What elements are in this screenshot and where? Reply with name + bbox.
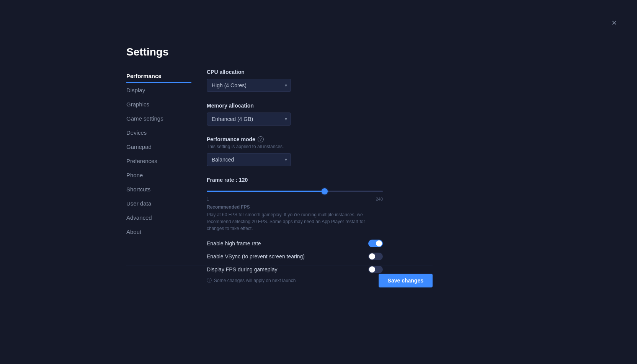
sidebar-item-user-data[interactable]: User data bbox=[126, 196, 191, 211]
toggle-row-vsync: Enable VSync (to prevent screen tearing) bbox=[207, 253, 383, 260]
toggle-high-frame-rate-knob bbox=[376, 240, 382, 246]
save-changes-button[interactable]: Save changes bbox=[379, 274, 433, 287]
footer-note: ⓘ Some changes will apply on next launch bbox=[191, 277, 372, 284]
frame-rate-label: Frame rate : 120 bbox=[207, 177, 433, 183]
sidebar-item-advanced[interactable]: Advanced bbox=[126, 211, 191, 225]
cpu-allocation-label: CPU allocation bbox=[207, 69, 433, 75]
performance-mode-subtitle: This setting is applied to all instances… bbox=[207, 144, 433, 149]
sidebar-item-gamepad[interactable]: Gamepad bbox=[126, 140, 191, 154]
frame-rate-section: Frame rate : 120 1 240 Recommended FPS P… bbox=[207, 177, 433, 232]
memory-allocation-label: Memory allocation bbox=[207, 103, 433, 109]
close-button[interactable]: ✕ bbox=[609, 18, 619, 28]
performance-mode-info-icon[interactable]: ? bbox=[258, 136, 264, 142]
sidebar-item-shortcuts[interactable]: Shortcuts bbox=[126, 182, 191, 196]
footer-bar: ⓘ Some changes will apply on next launch… bbox=[126, 266, 433, 287]
sidebar-item-devices[interactable]: Devices bbox=[126, 126, 191, 140]
sidebar-item-about[interactable]: About bbox=[126, 225, 191, 239]
memory-allocation-select[interactable]: Low (1 GB) Medium (2 GB) Enhanced (4 GB)… bbox=[207, 113, 291, 126]
sidebar-item-preferences[interactable]: Preferences bbox=[126, 154, 191, 168]
slider-max-label: 240 bbox=[376, 197, 383, 201]
performance-mode-select-wrapper: Power saving Balanced High performance ▾ bbox=[207, 153, 291, 166]
cpu-allocation-section: CPU allocation Low (1 Core) Medium (2 Co… bbox=[207, 69, 433, 92]
performance-mode-label: Performance mode bbox=[207, 136, 255, 142]
toggle-vsync-label: Enable VSync (to prevent screen tearing) bbox=[207, 253, 305, 260]
sidebar-item-display[interactable]: Display bbox=[126, 83, 191, 97]
frame-rate-slider-container bbox=[207, 188, 383, 195]
toggle-high-frame-rate-label: Enable high frame rate bbox=[207, 240, 261, 246]
cpu-allocation-select-wrapper: Low (1 Core) Medium (2 Cores) High (4 Co… bbox=[207, 79, 291, 92]
memory-allocation-select-wrapper: Low (1 GB) Medium (2 GB) Enhanced (4 GB)… bbox=[207, 113, 291, 126]
memory-allocation-section: Memory allocation Low (1 GB) Medium (2 G… bbox=[207, 103, 433, 126]
toggle-row-high-frame-rate: Enable high frame rate bbox=[207, 240, 383, 247]
performance-mode-header: Performance mode ? bbox=[207, 136, 433, 142]
sidebar-item-phone[interactable]: Phone bbox=[126, 168, 191, 182]
fps-note: Recommended FPS bbox=[207, 204, 433, 210]
slider-min-label: 1 bbox=[207, 197, 209, 201]
slider-range-labels: 1 240 bbox=[207, 197, 383, 201]
toggle-vsync[interactable] bbox=[368, 253, 383, 260]
performance-mode-section: Performance mode ? This setting is appli… bbox=[207, 136, 433, 166]
content-area: CPU allocation Low (1 Core) Medium (2 Co… bbox=[191, 69, 433, 279]
performance-mode-select[interactable]: Power saving Balanced High performance bbox=[207, 153, 291, 166]
footer-info-icon: ⓘ bbox=[207, 277, 212, 284]
sidebar-item-game-settings[interactable]: Game settings bbox=[126, 111, 191, 126]
sidebar-item-graphics[interactable]: Graphics bbox=[126, 97, 191, 111]
sidebar-item-performance[interactable]: Performance bbox=[126, 69, 191, 83]
sidebar: Performance Display Graphics Game settin… bbox=[126, 69, 191, 279]
toggle-high-frame-rate[interactable] bbox=[368, 240, 383, 247]
footer-note-text: Some changes will apply on next launch bbox=[214, 278, 296, 283]
cpu-allocation-select[interactable]: Low (1 Core) Medium (2 Cores) High (4 Co… bbox=[207, 79, 291, 92]
fps-description: Play at 60 FPS for smooth gameplay. If y… bbox=[207, 211, 383, 232]
toggle-vsync-knob bbox=[369, 253, 375, 260]
